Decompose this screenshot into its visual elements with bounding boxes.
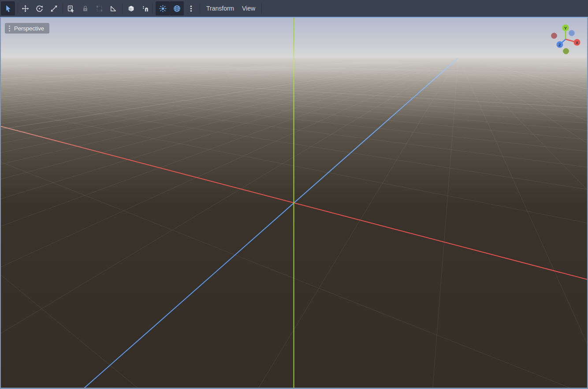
- toolbar-separator: [152, 3, 153, 14]
- gizmo-x-label: X: [576, 40, 579, 45]
- scale-mode-button[interactable]: [47, 1, 61, 15]
- group-button: [92, 1, 106, 15]
- rotate-mode-button[interactable]: [32, 1, 46, 15]
- scale-arrow-icon: [50, 5, 58, 12]
- gizmo-y-label: Y: [564, 26, 567, 30]
- sun-icon: [159, 5, 167, 12]
- gizmo-neg-y-ball[interactable]: [563, 49, 569, 54]
- select-mode-button[interactable]: [1, 1, 15, 15]
- list-cursor-icon: [67, 5, 74, 12]
- snap-button[interactable]: [138, 1, 153, 15]
- preview-sunlight-button[interactable]: [156, 1, 170, 15]
- gizmo-neg-x-ball[interactable]: [551, 33, 557, 39]
- list-select-button[interactable]: [63, 1, 78, 15]
- dots-menu-icon: [187, 5, 195, 12]
- dots-menu-icon: [8, 25, 11, 32]
- lock-button: [78, 1, 92, 15]
- toolbar-separator: [63, 3, 63, 14]
- toolbar-separator: [122, 3, 123, 14]
- toolbar-separator: [200, 3, 200, 14]
- magnet-icon: [142, 5, 149, 12]
- viewport-3d[interactable]: Y X Z Perspective: [0, 17, 588, 389]
- rotate-arrow-icon: [36, 5, 43, 12]
- cube-icon: [127, 5, 135, 12]
- godot-3d-editor: Transform View: [0, 0, 588, 389]
- toolbar-separator: [261, 3, 262, 14]
- move-mode-button[interactable]: [18, 1, 32, 15]
- extra-options-button[interactable]: [184, 1, 198, 15]
- ruler-button[interactable]: [106, 1, 120, 15]
- cursor-arrow-icon: [4, 5, 12, 12]
- lock-icon: [82, 5, 89, 12]
- move-arrows-icon: [22, 5, 29, 12]
- view-menu[interactable]: View: [239, 0, 258, 17]
- perspective-label: Perspective: [14, 25, 44, 32]
- globe-icon: [173, 5, 181, 12]
- preview-environment-button[interactable]: [170, 1, 184, 15]
- perspective-menu-button[interactable]: Perspective: [5, 23, 49, 34]
- scene-canvas[interactable]: Y X Z: [0, 17, 588, 389]
- viewport-toolbar: Transform View: [0, 0, 588, 17]
- transform-menu[interactable]: Transform: [204, 0, 237, 17]
- group-icon: [96, 5, 103, 12]
- gizmo-z-label: Z: [558, 42, 561, 47]
- gizmo-neg-z-ball[interactable]: [569, 30, 575, 36]
- ruler-icon: [109, 5, 117, 12]
- local-space-button[interactable]: [124, 1, 138, 15]
